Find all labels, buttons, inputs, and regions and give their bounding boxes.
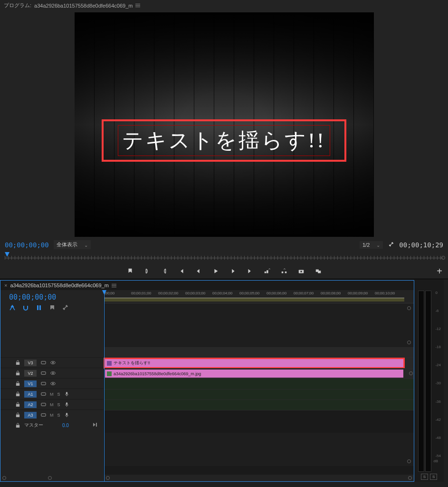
linked-selection-icon[interactable] <box>36 304 42 311</box>
clip-image[interactable]: a34a2926ba10157558d8e0dfe664c069_m.jpg <box>105 370 403 378</box>
skip-end-icon[interactable] <box>92 422 98 429</box>
extract-icon[interactable] <box>280 267 288 275</box>
track-label[interactable]: V3 <box>24 360 37 366</box>
track-header-v3[interactable]: V3 <box>0 357 104 368</box>
program-preview-area[interactable]: テキストを揺らす!! <box>0 11 448 238</box>
track-lane-v3[interactable] <box>104 347 414 358</box>
marker-icon[interactable] <box>126 267 134 275</box>
sync-lock-icon[interactable] <box>40 402 46 408</box>
timeline-playhead[interactable] <box>104 290 105 481</box>
marker-tool-icon[interactable] <box>49 304 56 311</box>
track-label[interactable]: A2 <box>24 401 37 408</box>
svg-rect-17 <box>41 382 45 385</box>
snap-icon[interactable] <box>22 304 29 311</box>
track-label[interactable]: A3 <box>24 412 37 419</box>
voiceover-icon[interactable] <box>64 402 70 408</box>
voiceover-icon[interactable] <box>64 391 70 397</box>
timeline-sequence-name[interactable]: a34a2926ba10157558d8e0dfe664c069_m <box>10 282 108 288</box>
program-timecode-left[interactable]: 00;00;00;00 <box>5 241 49 249</box>
track-lane-master[interactable] <box>104 410 414 420</box>
solo-button[interactable]: S <box>57 402 60 407</box>
text-selection-box[interactable]: テキストを揺らす!! <box>102 119 346 162</box>
settings-icon[interactable] <box>388 241 394 249</box>
master-track-row[interactable]: マスター 0.0 <box>0 420 104 430</box>
sync-lock-icon[interactable] <box>40 381 46 387</box>
resolution-select[interactable]: 1/2 <box>360 241 383 249</box>
timeline-left-scroll[interactable] <box>0 475 104 481</box>
solo-button[interactable]: S <box>57 392 60 397</box>
track-header-a2[interactable]: A2 M S <box>0 399 104 409</box>
track-header-v1[interactable]: V1 <box>0 378 104 389</box>
lock-icon[interactable] <box>15 360 20 366</box>
zoom-select[interactable]: 全体表示 <box>54 240 91 249</box>
program-ruler[interactable] <box>5 252 443 263</box>
sync-lock-icon[interactable] <box>40 360 46 366</box>
lift-icon[interactable] <box>263 267 271 275</box>
track-label[interactable]: A1 <box>24 391 37 398</box>
mute-button[interactable]: M <box>50 413 54 418</box>
mute-button[interactable]: M <box>50 402 54 407</box>
scroll-handle[interactable] <box>407 341 411 344</box>
svg-rect-13 <box>41 372 45 375</box>
track-header-v2[interactable]: V2 <box>0 368 104 378</box>
eye-icon[interactable] <box>50 370 56 376</box>
scroll-handle[interactable] <box>409 371 413 375</box>
scroll-handle[interactable] <box>408 476 412 480</box>
mute-button[interactable]: M <box>50 392 54 397</box>
play-icon[interactable] <box>212 267 219 275</box>
timeline-timecode[interactable]: 00;00;00;00 <box>9 293 99 302</box>
lock-icon[interactable] <box>15 381 20 387</box>
lock-icon[interactable] <box>15 402 20 408</box>
track-lane-a2[interactable] <box>104 389 414 399</box>
solo-right-button[interactable]: S <box>430 474 437 480</box>
master-value[interactable]: 0.0 <box>62 423 69 428</box>
step-back-icon[interactable] <box>195 267 202 275</box>
track-lane-a3[interactable] <box>104 399 414 410</box>
solo-left-button[interactable]: S <box>421 474 428 480</box>
scroll-handle[interactable] <box>407 459 411 463</box>
track-lane-a1[interactable] <box>104 379 414 389</box>
track-label[interactable]: V1 <box>24 380 37 387</box>
timeline-tracks-area[interactable]: ;00;00 00;00;01;00 00;00;02;00 00;00;03;… <box>104 290 414 481</box>
sync-lock-icon[interactable] <box>40 370 46 376</box>
track-lane-v1[interactable]: a34a2926ba10157558d8e0dfe664c069_m.jpg <box>104 368 414 379</box>
svg-rect-9 <box>41 361 45 364</box>
sync-lock-icon[interactable] <box>40 391 46 397</box>
track-label[interactable]: V2 <box>24 370 37 377</box>
ruler-end-handle[interactable] <box>441 256 445 260</box>
snapshot-icon[interactable] <box>297 267 305 275</box>
mark-out-icon[interactable] <box>161 267 168 275</box>
lock-icon[interactable] <box>15 412 20 418</box>
lock-icon[interactable] <box>15 391 20 397</box>
timeline-horizontal-scroll[interactable] <box>104 475 414 481</box>
track-header-a3[interactable]: A3 M S <box>0 409 104 420</box>
scroll-handle[interactable] <box>2 476 6 480</box>
timeline-ruler[interactable]: ;00;00 00;00;01;00 00;00;02;00 00;00;03;… <box>104 290 414 303</box>
sync-lock-icon[interactable] <box>40 412 46 418</box>
scroll-handle[interactable] <box>106 476 110 480</box>
scroll-handle[interactable] <box>407 306 411 310</box>
panel-menu-icon[interactable] <box>112 284 116 287</box>
export-frame-icon[interactable] <box>315 267 322 275</box>
track-header-a1[interactable]: A1 M S <box>0 389 104 399</box>
go-to-in-icon[interactable] <box>178 267 185 275</box>
transport-bar: + <box>0 263 448 279</box>
mark-in-icon[interactable] <box>143 267 151 275</box>
fx-icon <box>107 371 112 376</box>
lock-icon[interactable] <box>15 422 20 428</box>
add-button-icon[interactable]: + <box>437 266 442 277</box>
wrench-icon[interactable] <box>62 304 69 311</box>
insert-mode-icon[interactable] <box>9 304 16 311</box>
panel-menu-icon[interactable] <box>135 4 140 7</box>
track-lane-v2[interactable]: テキストを揺らす!! <box>104 358 414 368</box>
eye-icon[interactable] <box>50 381 56 387</box>
eye-icon[interactable] <box>50 360 56 366</box>
scroll-handle[interactable] <box>48 476 52 480</box>
voiceover-icon[interactable] <box>64 412 70 418</box>
clip-text[interactable]: テキストを揺らす!! <box>105 359 403 367</box>
close-icon[interactable]: × <box>4 282 7 288</box>
lock-icon[interactable] <box>15 370 20 376</box>
go-to-out-icon[interactable] <box>246 267 254 275</box>
step-forward-icon[interactable] <box>229 267 237 275</box>
solo-button[interactable]: S <box>57 413 60 418</box>
